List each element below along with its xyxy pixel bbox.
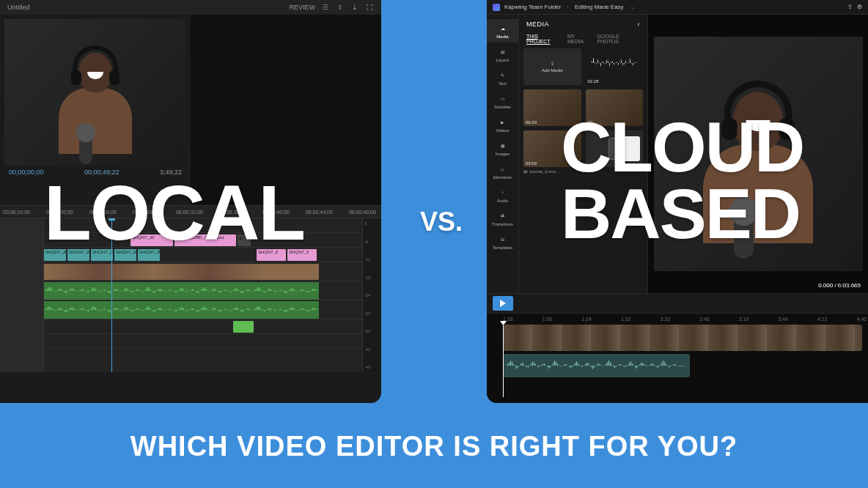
video-track[interactable]	[503, 325, 862, 351]
chevron-down-icon[interactable]: ⌄	[630, 4, 635, 10]
text-icon: ✎	[498, 70, 508, 80]
audio-clip[interactable]	[233, 321, 254, 333]
kapwing-topbar: Kapwing Team Folder › Editing Made Easy …	[487, 0, 868, 15]
kapwing-logo-icon[interactable]	[493, 4, 500, 11]
sidebar-item-audio[interactable]: ♪Audio	[487, 183, 518, 207]
elements-icon: ◇	[498, 163, 508, 174]
preview-timecode: 0.000 / 6:03.665	[818, 282, 861, 289]
playback-controls	[487, 293, 868, 314]
templates-icon: ⊞	[498, 234, 508, 244]
sidebar-item-transitions[interactable]: ⇄Transitions	[487, 207, 518, 230]
kapwing-timeline[interactable]: 1:28 1:56 1:24 1:52 2:20 2:48 3:16 3:44 …	[487, 314, 868, 403]
export-icon[interactable]: ⤓	[350, 3, 359, 12]
kapwing-sidebar: ☁Media ▤Layers ✎Text ▭Subtitles ▶Videos …	[487, 15, 519, 293]
fullscreen-icon[interactable]: ⛶	[365, 3, 374, 12]
audio-clip[interactable]	[44, 301, 319, 319]
svg-marker-0	[500, 300, 506, 307]
sidebar-item-elements[interactable]: ◇Elements	[487, 160, 518, 183]
video-clip-main[interactable]	[44, 264, 319, 280]
collapse-icon[interactable]: ‹	[638, 21, 641, 28]
media-panel-header: MEDIA ‹	[523, 19, 643, 32]
share-icon[interactable]: ⇪	[847, 4, 853, 10]
sidebar-item-layers[interactable]: ▤Layers	[487, 42, 518, 66]
media-tabs: THIS PROJECT MY MEDIA GOOGLE PHOTOS	[523, 32, 643, 48]
audio-level-meter: 0 -6 -12 -18 -24 -30 -36 -42 -48	[362, 218, 381, 372]
tab-google-photos[interactable]: GOOGLE PHOTOS	[597, 34, 640, 44]
transitions-icon: ⇄	[498, 210, 508, 221]
playhead[interactable]	[503, 325, 504, 397]
tab-this-project[interactable]: THIS PROJECT	[526, 34, 562, 44]
chevron-right-icon: ›	[567, 4, 569, 10]
sidebar-item-images[interactable]: ▦Images	[487, 136, 518, 160]
list-icon[interactable]: ☰	[321, 3, 330, 12]
media-icon: ☁	[498, 23, 508, 33]
review-label: REVIEW	[289, 4, 315, 11]
premiere-topbar: Untitled REVIEW ☰ ⇪ ⤓ ⛶	[0, 0, 381, 15]
media-item-audio[interactable]: 02:28	[586, 48, 644, 85]
sidebar-item-subtitles[interactable]: ▭Subtitles	[487, 89, 518, 113]
audio-clip[interactable]	[44, 282, 319, 300]
audio-icon: ♪	[498, 187, 508, 197]
timecode-start: 00;00;00;00	[9, 169, 44, 176]
sidebar-item-text[interactable]: ✎Text	[487, 66, 518, 89]
audio-track[interactable]	[503, 354, 862, 380]
settings-icon[interactable]: ⚙	[857, 4, 862, 10]
breadcrumb-project[interactable]: Editing Made Easy	[575, 4, 624, 10]
share-icon[interactable]: ⇪	[336, 3, 345, 12]
layers-icon: ▤	[498, 46, 508, 56]
play-button[interactable]	[493, 296, 513, 311]
timeline-ruler[interactable]: 1:28 1:56 1:24 1:52 2:20 2:48 3:16 3:44 …	[493, 317, 862, 322]
videos-icon: ▶	[498, 117, 508, 127]
video-clip[interactable]	[503, 325, 862, 351]
audio-clip[interactable]	[503, 354, 690, 377]
sidebar-item-media[interactable]: ☁Media	[487, 19, 518, 42]
hero-cloud-text: CLOUD BASED	[561, 114, 868, 247]
subtitles-icon: ▭	[498, 93, 508, 103]
file-icon: ▤	[523, 169, 528, 174]
upload-icon: ⇪	[551, 61, 554, 66]
sidebar-item-templates[interactable]: ⊞Templates	[487, 230, 518, 254]
project-title: Untitled	[7, 4, 30, 11]
hero-bottom-text: WHICH VIDEO EDITOR IS RIGHT FOR YOU?	[0, 431, 868, 462]
sidebar-item-videos[interactable]: ▶Videos	[487, 113, 518, 136]
preview-subject	[51, 40, 139, 157]
breadcrumb-folder[interactable]: Kapwing Team Folder	[504, 4, 561, 10]
preview-player[interactable]	[4, 19, 186, 166]
hero-vs-text: VS.	[420, 207, 463, 237]
hero-local-text: LOCAL	[44, 169, 304, 257]
tab-my-media[interactable]: MY MEDIA	[567, 34, 592, 44]
images-icon: ▦	[498, 140, 508, 150]
track-headers[interactable]	[0, 218, 44, 372]
add-media-button[interactable]: ⇪ Add Media	[523, 48, 581, 85]
